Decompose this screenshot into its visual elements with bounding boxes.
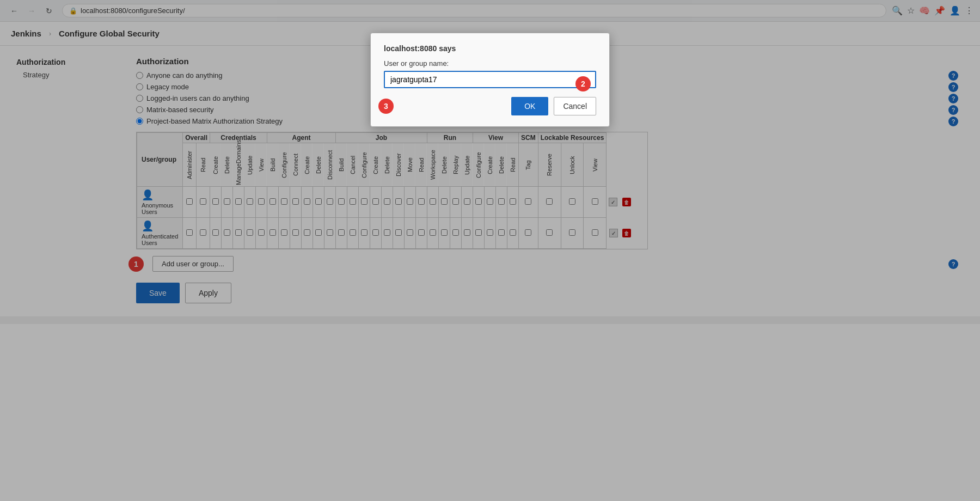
dialog-box: localhost:8080 says User or group name: … — [370, 33, 610, 127]
step3-circle: 3 — [378, 99, 394, 114]
dialog-content: localhost:8080 says User or group name: … — [384, 44, 596, 115]
dialog-cancel-button[interactable]: Cancel — [554, 97, 596, 115]
dialog-ok-button[interactable]: OK — [511, 97, 548, 115]
dialog-overlay: localhost:8080 says User or group name: … — [0, 0, 980, 324]
step2-circle: 2 — [575, 76, 591, 91]
step2-label: 2 — [581, 80, 585, 88]
user-group-input[interactable] — [384, 71, 596, 88]
dialog-title: localhost:8080 says — [384, 44, 596, 53]
dialog-input-row: 2 — [384, 71, 596, 97]
step3-label: 3 — [384, 102, 388, 111]
dialog-label: User or group name: — [384, 59, 596, 68]
dialog-buttons: 3 OK Cancel — [384, 97, 596, 115]
